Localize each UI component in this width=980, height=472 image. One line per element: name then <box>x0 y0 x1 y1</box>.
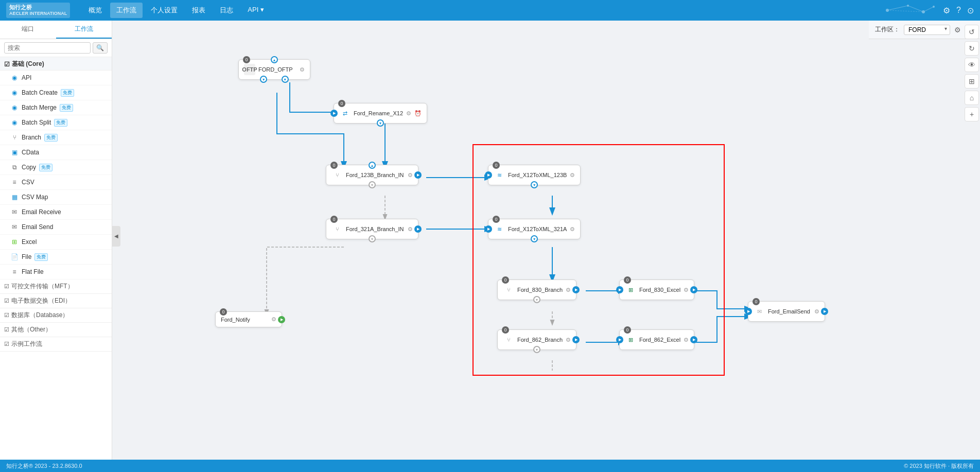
gear-icon[interactable]: ⚙ <box>943 6 950 15</box>
svg-line-6 <box>923 7 934 12</box>
svg-line-4 <box>887 6 908 10</box>
nav-api[interactable]: API ▾ <box>241 3 270 18</box>
logo-title: 知行之桥 <box>9 4 67 11</box>
svg-line-7 <box>887 10 923 12</box>
nav-overview[interactable]: 概览 <box>82 3 108 18</box>
nav-reports[interactable]: 报表 <box>186 3 212 18</box>
user-icon[interactable]: ⊙ <box>967 6 974 15</box>
logo: 知行之桥 AECLER INTERNATIONAL <box>6 3 70 18</box>
nav-logs[interactable]: 日志 <box>214 3 239 18</box>
nav-workflow[interactable]: 工作流 <box>110 3 143 18</box>
nav-items: 概览 工作流 个人设置 报表 日志 API ▾ <box>82 3 943 18</box>
logo-box: 知行之桥 AECLER INTERNATIONAL <box>6 3 70 18</box>
network-decoration <box>877 2 939 19</box>
nav-settings[interactable]: 个人设置 <box>145 3 184 18</box>
top-nav: 知行之桥 AECLER INTERNATIONAL 概览 工作流 个人设置 报表… <box>0 0 980 21</box>
svg-line-5 <box>908 6 923 12</box>
nav-right: ⚙ ? ⊙ <box>943 6 974 15</box>
logo-subtitle: AECLER INTERNATIONAL <box>9 11 67 17</box>
help-icon[interactable]: ? <box>956 6 961 15</box>
